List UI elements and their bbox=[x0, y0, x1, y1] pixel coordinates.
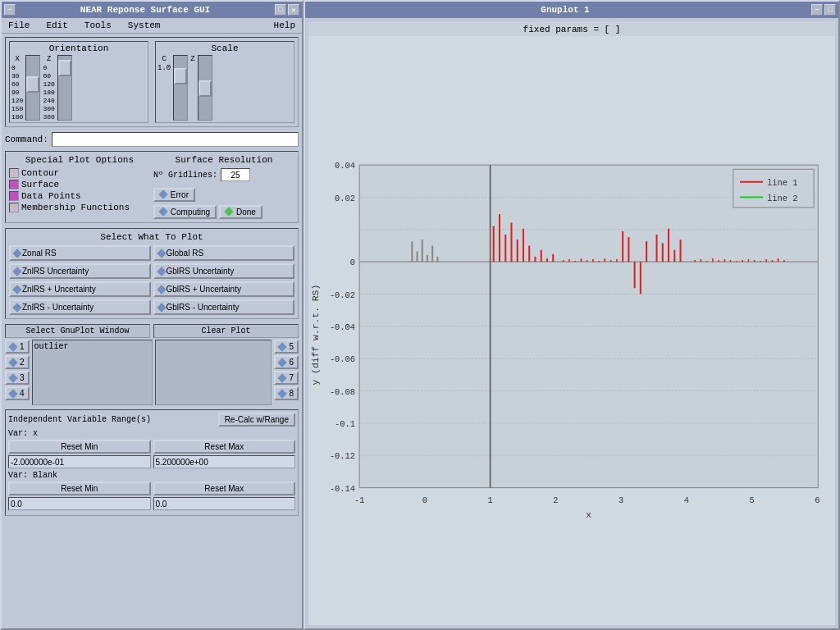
blank-reset-max-btn[interactable]: Reset Max bbox=[153, 482, 296, 495]
svg-text:0: 0 bbox=[350, 258, 355, 267]
btn6-icon bbox=[278, 358, 287, 367]
var-blank-inputs bbox=[8, 497, 295, 510]
special-plot-left: Special Plot Options Contour Surface Dat… bbox=[9, 155, 150, 219]
command-input[interactable] bbox=[52, 132, 299, 147]
global-rs-icon bbox=[157, 249, 166, 258]
special-plot-content: Special Plot Options Contour Surface Dat… bbox=[9, 155, 294, 219]
gnuplot-btn-6[interactable]: 6 bbox=[274, 355, 299, 369]
gnuplot-btn-1[interactable]: 1 bbox=[5, 340, 30, 354]
z-values: 0 60 120 180 240 300 360 bbox=[43, 64, 54, 121]
x-slider[interactable] bbox=[25, 55, 40, 121]
znlrs-minus-btn[interactable]: ZnlRS - Uncertainty bbox=[9, 299, 151, 315]
surface-row: Surface bbox=[9, 180, 150, 189]
gblrs-plus-btn[interactable]: GblRS + Uncertainty bbox=[153, 281, 295, 297]
menu-system[interactable]: System bbox=[125, 20, 164, 31]
btn8-icon bbox=[278, 389, 287, 398]
blank-max-input[interactable] bbox=[153, 497, 296, 510]
menu-file[interactable]: File bbox=[5, 20, 33, 31]
var-x-row: Var: x Reset Min Reset Max bbox=[8, 429, 295, 468]
contour-row: Contour bbox=[9, 168, 150, 178]
right-panel: Gnuplot 1 ─ □ fixed params = [ ] y (diff… bbox=[304, 0, 840, 630]
z-slider[interactable] bbox=[57, 55, 72, 121]
orientation-label: Orientation bbox=[11, 43, 146, 53]
gridlines-row: Nº Gridlines: bbox=[153, 168, 294, 181]
znlrs-uncertainty-btn[interactable]: ZnlRS Uncertainty bbox=[9, 263, 151, 279]
gnuplot-btn-8[interactable]: 8 bbox=[274, 386, 299, 400]
scale-box: Scale C 1.0 Z bbox=[155, 41, 294, 123]
x-min-input[interactable] bbox=[8, 455, 151, 468]
left-close-btn[interactable]: ✕ bbox=[288, 4, 299, 16]
scale-sliders: C 1.0 Z bbox=[158, 55, 292, 121]
svg-text:-0.06: -0.06 bbox=[330, 354, 355, 364]
znlrs-unc-icon bbox=[12, 267, 21, 276]
gnuplot-min-btn[interactable]: ─ bbox=[811, 4, 823, 16]
blank-min-input[interactable] bbox=[8, 497, 151, 510]
clear-plot-label: Clear Plot bbox=[153, 324, 299, 338]
surface-checkbox[interactable] bbox=[9, 180, 19, 189]
gnuplot-buttons-row: 1 2 3 4 outlier bbox=[5, 340, 299, 405]
gnuplot-header: Select GnuPlot Window Clear Plot bbox=[5, 324, 299, 338]
gblrs-minus-btn[interactable]: GblRS - Uncertainty bbox=[153, 299, 295, 315]
gnuplot-max-btn[interactable]: □ bbox=[824, 4, 836, 16]
svg-text:-0.14: -0.14 bbox=[330, 484, 355, 494]
svg-text:1: 1 bbox=[487, 495, 492, 505]
contour-checkbox[interactable] bbox=[9, 168, 19, 178]
menu-edit[interactable]: Edit bbox=[43, 20, 71, 31]
done-diamond-icon bbox=[224, 207, 233, 216]
svg-text:-0.04: -0.04 bbox=[330, 322, 355, 332]
var-x-inputs bbox=[8, 455, 295, 468]
select-what-title: Select What To Plot bbox=[9, 232, 294, 242]
gnuplot-btn-3[interactable]: 3 bbox=[5, 371, 30, 385]
orientation-box: Orientation X 0 30 60 90 120 150 180 bbox=[9, 41, 148, 123]
c-slider-col: C 1.0 bbox=[158, 55, 171, 72]
gblrs-uncertainty-btn[interactable]: GblRS Uncertainty bbox=[153, 263, 295, 279]
btn2-icon bbox=[8, 358, 17, 367]
contour-label: Contour bbox=[21, 168, 59, 178]
blank-reset-min-btn[interactable]: Reset Min bbox=[8, 482, 151, 495]
btn4-icon bbox=[8, 389, 17, 398]
gnuplot-btn-7[interactable]: 7 bbox=[274, 371, 299, 385]
c-slider[interactable] bbox=[173, 55, 188, 121]
computing-diamond-icon bbox=[158, 207, 167, 216]
svg-text:3: 3 bbox=[619, 495, 623, 505]
gblrs-minus-icon bbox=[157, 303, 166, 312]
menu-tools[interactable]: Tools bbox=[81, 20, 115, 31]
y-axis-label: y (diff w.r.t. RS) bbox=[311, 285, 321, 386]
gnuplot-btn-4[interactable]: 4 bbox=[5, 386, 30, 400]
x-reset-min-btn[interactable]: Reset Min bbox=[8, 440, 151, 454]
global-rs-btn[interactable]: Global RS bbox=[153, 245, 295, 261]
membership-row: Membership Functions bbox=[9, 203, 150, 212]
x-reset-max-btn[interactable]: Reset Max bbox=[153, 440, 296, 454]
special-plot-section: Special Plot Options Contour Surface Dat… bbox=[5, 151, 299, 223]
var-blank-label: Var: Blank bbox=[8, 471, 295, 480]
gnuplot-btn-2[interactable]: 2 bbox=[5, 355, 30, 369]
menu-help[interactable]: Help bbox=[271, 20, 299, 31]
svg-text:0.04: 0.04 bbox=[335, 161, 355, 171]
znlrs-plus-btn[interactable]: ZnlRS + Uncertainty bbox=[9, 281, 151, 297]
left-max-btn[interactable]: □ bbox=[275, 4, 286, 16]
membership-checkbox[interactable] bbox=[9, 203, 19, 212]
done-btn[interactable]: Done bbox=[219, 205, 262, 219]
recalc-btn[interactable]: Re-Calc w/Range bbox=[218, 413, 295, 427]
var-blank-row: Var: Blank Reset Min Reset Max bbox=[8, 471, 295, 510]
svg-text:6: 6 bbox=[815, 495, 819, 505]
gnuplot-btn-5[interactable]: 5 bbox=[274, 340, 299, 354]
gnuplot-title-bar: Gnuplot 1 ─ □ bbox=[305, 2, 838, 18]
var-blank-controls: Reset Min Reset Max bbox=[8, 482, 295, 495]
scale-z-slider[interactable] bbox=[198, 55, 212, 121]
computing-btn[interactable]: Computing bbox=[153, 205, 217, 219]
x-label: X bbox=[16, 55, 20, 63]
zonal-rs-btn[interactable]: Zonal RS bbox=[9, 245, 151, 261]
svg-text:4: 4 bbox=[684, 495, 689, 505]
gnuplot-text-area: outlier bbox=[32, 340, 153, 405]
data-points-checkbox[interactable] bbox=[9, 191, 19, 201]
btn5-icon bbox=[278, 342, 287, 351]
left-num-btns: 1 2 3 4 bbox=[5, 340, 30, 405]
gridlines-input[interactable] bbox=[221, 168, 250, 181]
chart-area: fixed params = [ ] y (diff w.r.t. RS) bbox=[308, 21, 835, 625]
x-max-input[interactable] bbox=[153, 455, 296, 468]
orientation-scale-section: Orientation X 0 30 60 90 120 150 180 bbox=[5, 37, 299, 127]
svg-text:0.02: 0.02 bbox=[335, 194, 355, 203]
error-btn[interactable]: Error bbox=[153, 188, 195, 202]
left-minimize-btn[interactable]: ─ bbox=[4, 4, 16, 16]
